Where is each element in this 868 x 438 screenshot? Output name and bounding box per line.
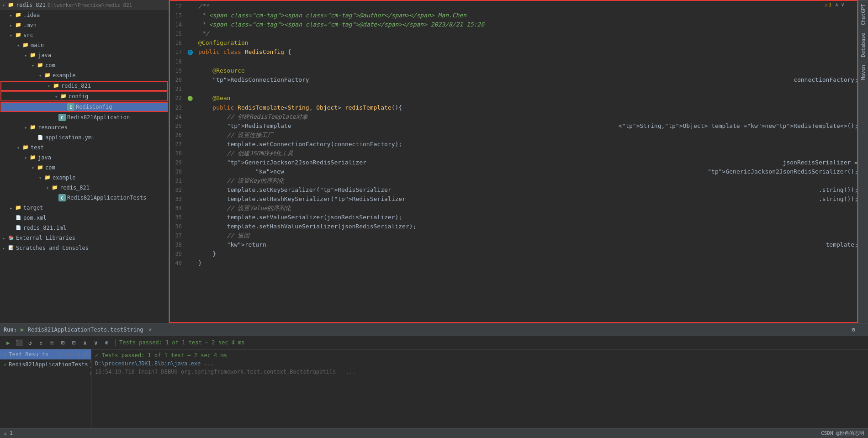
run-up-btn[interactable]: ∧ [80, 338, 90, 347]
expand-arrow[interactable]: ▸ [0, 236, 7, 241]
line-code[interactable]: /** [196, 2, 858, 11]
line-code[interactable]: // 返回 [196, 231, 858, 240]
tree-item-pomxml[interactable]: 📄pom.xml [0, 213, 169, 223]
tree-item-redis821app[interactable]: CRedis821Application [0, 112, 169, 122]
run-play-btn[interactable]: ▶ [4, 338, 13, 347]
tree-item-test-java[interactable]: ▾📁java [0, 153, 169, 163]
line-code[interactable]: public class RedisConfig { [196, 47, 858, 57]
tree-item-idea[interactable]: ▸📁.idea [0, 10, 169, 20]
tree-item-label: target [23, 205, 43, 211]
run-rerun-btn[interactable]: ↺ [26, 338, 35, 347]
pass-status: Tests passed: 1 of 1 test – 2 sec 4 ms [119, 339, 245, 346]
line-code[interactable]: @Bean [196, 94, 858, 103]
expand-arrow[interactable]: ▾ [7, 33, 15, 38]
tree-item-test-redis821[interactable]: ▾📁redis_821 [0, 183, 169, 193]
run-search-btn[interactable]: ⊕ [102, 338, 111, 347]
line-code[interactable]: public RedisTemplate<String, Object> red… [196, 103, 858, 112]
line-code[interactable]: "kw">new [196, 167, 708, 176]
expand-arrow[interactable]: ▾ [15, 43, 22, 48]
config-gutter[interactable]: 🌐 [187, 50, 193, 55]
tree-item-com[interactable]: ▾📁com [0, 60, 169, 70]
tree-item-redis821[interactable]: ▾📁redis_821 [0, 81, 168, 91]
tree-item-test-com[interactable]: ▾📁com [0, 163, 169, 173]
line-code[interactable]: * <span class="cm-tag"><span class="cm-t… [196, 11, 858, 20]
minimize-icon[interactable]: — [861, 326, 864, 333]
tree-item-scratches[interactable]: ▸📝Scratches and Consoles [0, 243, 169, 253]
run-sort-btn[interactable]: ↕ [37, 338, 46, 347]
tree-item-redis821tests[interactable]: CRedis821ApplicationTests [0, 193, 169, 203]
run-expand-btn[interactable]: ⊞ [58, 338, 68, 347]
run-collapse-btn[interactable]: ⊟ [69, 338, 79, 347]
expand-arrow[interactable]: ▾ [37, 175, 44, 180]
line-code[interactable]: * <span class="cm-tag"><span class="cm-t… [196, 20, 858, 29]
line-code[interactable]: // 设置Key的序列化 [196, 176, 858, 185]
expand-arrow[interactable]: ▸ [7, 13, 15, 18]
tree-item-java[interactable]: ▾📁java [0, 50, 169, 60]
tree-item-resources[interactable]: ▾📁resources [0, 122, 169, 132]
tree-item-main[interactable]: ▾📁main [0, 40, 169, 50]
line-code[interactable]: @Resource [196, 66, 858, 75]
line-code[interactable] [196, 57, 858, 66]
line-code[interactable]: } [196, 259, 858, 268]
expand-arrow[interactable]: ▾ [29, 165, 37, 170]
line-code[interactable]: template.setConnectionFactory(connection… [196, 140, 858, 149]
expand-arrow[interactable]: ▸ [7, 206, 15, 211]
expand-arrow[interactable]: ▾ [15, 145, 22, 150]
tree-item-example[interactable]: ▾📁example [0, 70, 169, 80]
right-panel-database[interactable]: Database [859, 29, 867, 61]
line-code[interactable]: // 创建JSON序列化工具 [196, 149, 858, 158]
close-run-tab[interactable]: ✕ [149, 327, 152, 332]
expand-arrow[interactable]: ▾ [22, 125, 29, 130]
line-code[interactable]: template.setHashKeySerializer("tp">Redis… [196, 195, 819, 204]
run-stop-btn[interactable]: ⬛ [15, 338, 24, 347]
code-content[interactable]: 12 /** 13 * <span class="cm-tag"><span c… [169, 0, 858, 323]
run-down-btn[interactable]: ∨ [91, 338, 101, 347]
bean-gutter[interactable]: 🟢 [187, 96, 193, 101]
tree-item-src[interactable]: ▾📁src [0, 30, 169, 40]
expand-arrow[interactable]: ▾ [53, 94, 60, 99]
line-code[interactable]: template.setHashValueSerializer(jsonRedi… [196, 222, 858, 231]
right-panel-chatgpt[interactable]: ChatGPT [859, 0, 867, 29]
expand-arrow[interactable]: ▾ [44, 185, 51, 190]
line-code[interactable]: @Configuration [196, 38, 858, 47]
right-panel-maven[interactable]: Maven [859, 61, 867, 84]
expand-arrow[interactable]: ▸ [7, 23, 15, 28]
line-code[interactable]: "tp">RedisTemplate [196, 121, 619, 131]
line-code[interactable]: template.setKeySerializer("tp">RedisSeri… [196, 185, 819, 195]
tree-item-redis821iml[interactable]: 📄redis_821.iml [0, 223, 169, 233]
run-sidebar-item-1[interactable]: ✓ Redis821ApplicationTests 3 sec 44 ms [0, 359, 91, 369]
tree-item-target[interactable]: ▸📁target [0, 203, 169, 213]
tree-item-redis821-root[interactable]: ▾📁redis_821D:\worker\Practice\redis_821 [0, 0, 169, 10]
expand-arrow[interactable]: ▾ [22, 53, 29, 58]
run-sidebar-item-0[interactable]: ✓ Test Results 2 sec 4 ms [0, 349, 91, 359]
run-sidebar[interactable]: ✓ Test Results 2 sec 4 ms✓ Redis821Appli… [0, 349, 91, 428]
run-filter-btn[interactable]: ≡ [48, 338, 57, 347]
expand-arrow[interactable]: ▾ [29, 63, 37, 68]
tree-item-extlibs[interactable]: ▸📚External Libraries [0, 233, 169, 243]
line-code[interactable]: "kw">return [196, 240, 826, 249]
tree-item-test-example[interactable]: ▾📁example [0, 173, 169, 183]
line-code[interactable]: // 设置Value的序列化 [196, 204, 858, 213]
line-code[interactable]: // 设置连接工厂 [196, 131, 858, 140]
run-tab-bar: Run: ▶ Redis821ApplicationTests.testStri… [0, 323, 868, 336]
line-code[interactable]: "tp">GenericJackson2JsonRedisSerializer [196, 158, 783, 167]
expand-arrow[interactable]: ▾ [0, 3, 7, 8]
expand-arrow[interactable]: ▾ [37, 73, 44, 78]
expand-arrow[interactable]: ▾ [45, 84, 53, 89]
line-code[interactable] [196, 84, 858, 94]
expand-arrow[interactable]: ▾ [22, 155, 29, 160]
line-code[interactable]: */ [196, 29, 858, 38]
tree-item-mvn[interactable]: ▸📁.mvn [0, 20, 169, 30]
tree-item-redisconfig[interactable]: CRedisConfig [0, 102, 168, 112]
line-code[interactable]: template.setValueSerializer(jsonRedisSer… [196, 213, 858, 222]
line-code[interactable]: "tp">RedisConnectionFactory [196, 75, 794, 84]
line-code[interactable]: // 创建RedisTemplate对象 [196, 112, 858, 121]
expand-arrow[interactable]: ▸ [0, 246, 7, 251]
tree-item-appyml[interactable]: 📄application.yml [0, 132, 169, 142]
run-tab-name[interactable]: Redis821ApplicationTests.testString [28, 327, 143, 333]
tree-item-config[interactable]: ▾📁config [0, 91, 168, 101]
settings-icon[interactable]: ⚙ [852, 326, 855, 333]
tree-item-test[interactable]: ▾📁test [0, 142, 169, 153]
line-code[interactable]: } [196, 249, 858, 259]
project-sidebar[interactable]: ▾📁redis_821D:\worker\Practice\redis_821▸… [0, 0, 169, 323]
